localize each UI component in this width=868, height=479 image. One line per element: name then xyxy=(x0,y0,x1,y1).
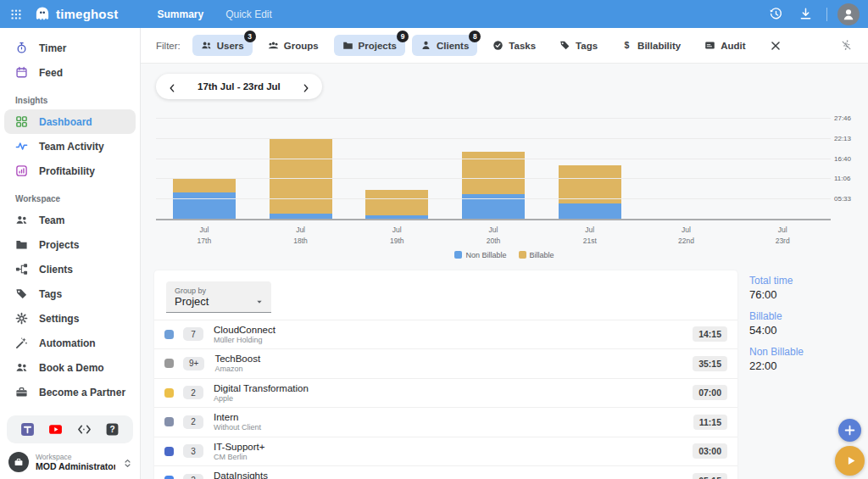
chart-gridline xyxy=(156,198,831,199)
filter-chip-groups[interactable]: Groups xyxy=(259,35,327,56)
nav-summary[interactable]: Summary xyxy=(157,8,203,20)
dollar-icon: $ xyxy=(621,40,632,51)
filter-label: Filter: xyxy=(156,41,181,51)
sidebar-item-team-activity[interactable]: Team Activity xyxy=(0,134,140,159)
app-launcher-icon[interactable] xyxy=(10,8,22,20)
avatar[interactable] xyxy=(837,3,860,25)
workspace-selector[interactable]: Workspace MOD Administrator's Workspa... xyxy=(0,448,140,479)
groups-icon xyxy=(268,40,279,51)
filter-chip-billability[interactable]: $Billability xyxy=(613,35,689,56)
next-week-button[interactable] xyxy=(301,81,311,92)
sidebar-item-book-a-demo[interactable]: Book a Demo xyxy=(0,355,140,380)
project-row[interactable]: 2Digital TransformationApple07:00 xyxy=(154,378,737,408)
gear-icon xyxy=(15,312,28,325)
sidebar-sections: TimerFeedInsightsDashboardTeam ActivityP… xyxy=(0,28,140,409)
chip-label: Billability xyxy=(637,41,681,51)
filter-chip-audit[interactable]: Audit xyxy=(696,35,754,56)
prev-week-button[interactable] xyxy=(167,81,177,92)
stacked-bar[interactable] xyxy=(462,152,525,220)
partner-icon xyxy=(15,386,28,398)
y-axis-tick-label: 11:06 xyxy=(834,175,863,182)
history-icon[interactable] xyxy=(769,7,783,21)
check-circle-icon xyxy=(492,40,504,51)
filter-chip-tags[interactable]: Tags xyxy=(551,35,606,56)
workspace-spinner-icon[interactable] xyxy=(122,457,133,468)
logo[interactable]: timeghost xyxy=(34,6,118,23)
audit-icon xyxy=(704,40,715,51)
project-name: CloudConnect xyxy=(214,325,275,335)
flash-off-icon[interactable] xyxy=(840,39,853,52)
person-icon xyxy=(420,40,431,51)
team-icon xyxy=(15,361,28,374)
x-axis-label: Jul20th xyxy=(445,225,542,247)
team-icon xyxy=(15,214,28,226)
summary-item: Billable54:00 xyxy=(749,310,804,337)
project-client: Amazon xyxy=(214,365,260,373)
feed-icon xyxy=(15,66,28,79)
sidebar-item-dashboard[interactable]: Dashboard xyxy=(4,109,136,134)
start-timer-fab[interactable] xyxy=(835,446,865,476)
sidebar-item-settings[interactable]: Settings xyxy=(0,306,140,331)
nav-quick-edit[interactable]: Quick Edit xyxy=(225,8,272,20)
filter-chip-clients[interactable]: Clients8 xyxy=(412,35,477,56)
download-icon[interactable] xyxy=(798,7,813,21)
filter-chip-users[interactable]: Users3 xyxy=(192,35,253,56)
stacked-bar[interactable] xyxy=(559,165,621,220)
clients-tree-icon xyxy=(15,263,28,276)
teams-icon[interactable] xyxy=(20,422,35,437)
clear-filters-button[interactable] xyxy=(770,40,782,52)
bar-segment-billable xyxy=(365,190,428,215)
sidebar-item-label: Clients xyxy=(39,264,73,276)
sidebar-item-clients[interactable]: Clients xyxy=(0,257,140,281)
sidebar-item-team[interactable]: Team xyxy=(0,208,140,232)
legend-label: Non Billable xyxy=(465,251,506,259)
sidebar-item-timer[interactable]: Timer xyxy=(0,36,140,60)
main-content: Filter: Users3GroupsProjects9Clients8Tas… xyxy=(141,28,868,479)
project-row[interactable]: 7CloudConnectMüller Holding14:15 xyxy=(154,320,737,349)
chart-bar-slot xyxy=(542,111,638,220)
x-axis-label: Jul19th xyxy=(348,225,445,247)
add-entry-fab[interactable] xyxy=(838,419,861,442)
chart-baseline xyxy=(156,219,831,220)
filter-chip-tasks[interactable]: Tasks xyxy=(484,35,544,56)
logo-text: timeghost xyxy=(56,7,118,21)
project-rows: 7CloudConnectMüller Holding14:159+TechBo… xyxy=(154,320,737,479)
help-icon[interactable]: ? xyxy=(105,422,120,437)
project-row[interactable]: 2DataInsightsTesla05:15 xyxy=(154,465,737,479)
project-row[interactable]: 3IT-Support+CM Berlin03:00 xyxy=(154,437,737,466)
project-count-badge: 7 xyxy=(183,327,203,341)
sidebar-item-profitability[interactable]: Profitability xyxy=(0,159,140,183)
x-axis-label: Jul18th xyxy=(253,225,349,247)
chart-bar-slot xyxy=(638,111,735,220)
sidebar-item-become-a-partner[interactable]: Become a Partner xyxy=(0,380,140,404)
bar-segment-billable xyxy=(559,165,621,203)
project-row[interactable]: 9+TechBoostAmazon35:15 xyxy=(154,348,737,378)
sidebar-item-feed[interactable]: Feed xyxy=(0,60,140,85)
sidebar-item-label: Team xyxy=(39,214,64,226)
project-count-badge: 2 xyxy=(183,474,203,479)
chart-gridline xyxy=(156,178,831,179)
sidebar-item-label: Timer xyxy=(39,42,66,54)
code-icon[interactable] xyxy=(77,422,92,437)
project-row[interactable]: 2InternWithout Client11:15 xyxy=(154,407,737,437)
project-time: 35:15 xyxy=(693,356,727,371)
stacked-bar[interactable] xyxy=(365,190,428,220)
date-row: 17th Jul - 23rd Jul xyxy=(141,64,868,99)
project-client: Apple xyxy=(214,394,309,403)
filter-chip-projects[interactable]: Projects9 xyxy=(334,35,405,56)
project-time: 03:00 xyxy=(693,443,727,459)
sidebar-item-projects[interactable]: Projects xyxy=(0,232,140,257)
legend-swatch xyxy=(519,251,526,259)
time-bar-chart: 05:3311:0616:4022:1327:46 xyxy=(156,111,831,220)
sidebar-item-automation[interactable]: Automation xyxy=(0,331,140,355)
legend-swatch xyxy=(454,251,462,259)
sidebar-item-label: Feed xyxy=(39,67,63,79)
chip-count-badge: 8 xyxy=(469,31,481,42)
filter-chips: Users3GroupsProjects9Clients8TasksTags$B… xyxy=(192,35,761,56)
group-by-select[interactable]: Group by Project xyxy=(166,281,271,313)
youtube-icon[interactable] xyxy=(48,422,63,437)
chart-bar-slot xyxy=(734,111,831,220)
summary-item: Non Billable22:00 xyxy=(749,346,804,372)
summary-label: Non Billable xyxy=(749,346,804,358)
sidebar-item-tags[interactable]: Tags xyxy=(0,281,140,306)
